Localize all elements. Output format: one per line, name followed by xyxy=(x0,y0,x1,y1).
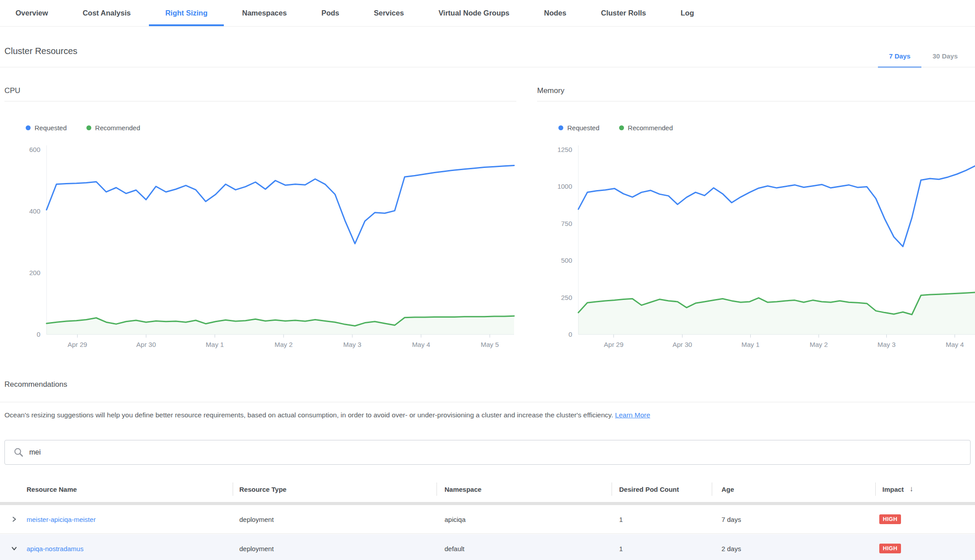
legend-item-recommended[interactable]: Recommended xyxy=(619,124,673,132)
learn-more-link[interactable]: Learn More xyxy=(615,411,650,419)
column-separator xyxy=(437,482,437,496)
age-cell: 2 days xyxy=(722,545,741,552)
svg-text:600: 600 xyxy=(29,146,40,153)
tab-services[interactable]: Services xyxy=(374,0,404,26)
svg-text:May 4: May 4 xyxy=(412,341,430,348)
column-header-impact[interactable]: Impact↓ xyxy=(882,485,913,494)
legend-item-recommended[interactable]: Recommended xyxy=(86,124,140,132)
svg-text:May 3: May 3 xyxy=(343,341,362,348)
memory-chart-panel: Memory Requested Recommended 02505007501… xyxy=(537,86,975,352)
chevron-right-icon[interactable] xyxy=(11,516,18,523)
svg-text:Apr 29: Apr 29 xyxy=(68,341,87,348)
recommendations-title: Recommendations xyxy=(4,380,67,389)
column-separator xyxy=(612,482,612,496)
tab-cluster-rolls[interactable]: Cluster Rolls xyxy=(601,0,646,26)
tab-right-sizing[interactable]: Right Sizing xyxy=(165,0,207,26)
sort-desc-icon[interactable]: ↓ xyxy=(909,485,913,494)
memory-chart-title: Memory xyxy=(537,86,975,101)
svg-text:750: 750 xyxy=(561,220,572,227)
memory-line-chart: 025050075010001250Apr 29Apr 30May 1May 2… xyxy=(537,142,975,350)
namespace-cell: default xyxy=(445,545,464,552)
cpu-chart-panel: CPU Requested Recommended 0200400600Apr … xyxy=(4,86,516,352)
column-header-resource-name[interactable]: Resource Name xyxy=(27,486,77,493)
svg-text:200: 200 xyxy=(29,269,40,276)
column-separator xyxy=(875,482,876,496)
range-tab-30-days[interactable]: 30 Days xyxy=(921,44,969,67)
range-tab-7-days[interactable]: 7 Days xyxy=(878,44,921,67)
section-divider xyxy=(0,67,975,67)
requested-series-dot-icon xyxy=(558,125,563,130)
tab-cost-analysis[interactable]: Cost Analysis xyxy=(82,0,131,26)
cpu-chart-legend: Requested Recommended xyxy=(26,124,140,132)
resource-type-cell: deployment xyxy=(239,516,274,523)
resource-name-link[interactable]: apiqa-nostradamus xyxy=(27,545,83,552)
column-header-age[interactable]: Age xyxy=(722,486,734,493)
resource-name-link[interactable]: meister-apiciqa-meister xyxy=(27,516,96,523)
namespace-cell: apiciqa xyxy=(445,516,466,523)
tab-nodes[interactable]: Nodes xyxy=(544,0,566,26)
legend-label: Recommended xyxy=(95,124,140,132)
search-icon xyxy=(14,447,23,457)
svg-text:Apr 29: Apr 29 xyxy=(604,341,624,348)
tab-pods[interactable]: Pods xyxy=(321,0,339,26)
legend-item-requested[interactable]: Requested xyxy=(558,124,600,132)
impact-badge: HIGH xyxy=(879,544,901,553)
tab-virtual-node-groups[interactable]: Virtual Node Groups xyxy=(438,0,509,26)
tab-namespaces[interactable]: Namespaces xyxy=(242,0,287,26)
resource-name-cell: apiqa-nostradamus xyxy=(27,545,83,552)
column-separator xyxy=(712,482,712,496)
resource-name-cell: meister-apiciqa-meister xyxy=(27,516,96,523)
table-header-row: Resource NameResource TypeNamespaceDesir… xyxy=(0,476,975,502)
table-header-strip xyxy=(0,502,975,505)
search-input[interactable] xyxy=(29,448,970,456)
desired-pod-count-cell: 1 xyxy=(619,545,623,552)
tab-overview[interactable]: Overview xyxy=(16,0,48,26)
section-divider xyxy=(0,402,975,402)
column-header-resource-type[interactable]: Resource Type xyxy=(239,486,286,493)
svg-text:1000: 1000 xyxy=(558,183,572,190)
svg-text:500: 500 xyxy=(561,257,572,264)
svg-text:May 1: May 1 xyxy=(206,341,224,348)
table-row[interactable]: meister-apiciqa-meisterdeploymentapiciqa… xyxy=(0,505,975,534)
column-separator xyxy=(233,482,233,496)
chevron-down-icon[interactable] xyxy=(11,545,18,552)
search-box xyxy=(4,440,971,465)
requested-series-dot-icon xyxy=(26,125,31,130)
svg-text:May 4: May 4 xyxy=(946,341,964,348)
legend-label: Requested xyxy=(35,124,67,132)
svg-text:400: 400 xyxy=(29,207,40,215)
svg-text:May 5: May 5 xyxy=(481,341,499,348)
top-navigation: OverviewCost AnalysisRight SizingNamespa… xyxy=(0,0,975,27)
resource-type-cell: deployment xyxy=(239,545,274,552)
svg-text:May 3: May 3 xyxy=(878,341,896,348)
cpu-chart-title: CPU xyxy=(4,86,516,101)
memory-chart-legend: Requested Recommended xyxy=(558,124,673,132)
svg-text:1250: 1250 xyxy=(558,146,572,153)
recommended-series-dot-icon xyxy=(86,125,91,130)
right-sizing-page: OverviewCost AnalysisRight SizingNamespa… xyxy=(0,0,975,560)
recommendations-description: Ocean's resizing suggestions will help y… xyxy=(4,411,650,419)
svg-text:May 2: May 2 xyxy=(274,341,292,348)
svg-text:May 1: May 1 xyxy=(741,341,760,348)
description-text: Ocean's resizing suggestions will help y… xyxy=(4,411,613,419)
svg-text:Apr 30: Apr 30 xyxy=(672,341,692,348)
age-cell: 7 days xyxy=(722,516,741,523)
svg-text:0: 0 xyxy=(37,331,40,338)
tab-log[interactable]: Log xyxy=(681,0,694,26)
column-header-desired-pod-count[interactable]: Desired Pod Count xyxy=(619,486,679,493)
column-header-namespace[interactable]: Namespace xyxy=(445,486,481,493)
legend-label: Requested xyxy=(567,124,600,132)
svg-text:250: 250 xyxy=(561,294,572,301)
svg-text:May 2: May 2 xyxy=(810,341,828,348)
table-row[interactable]: apiqa-nostradamusdeploymentdefault12 day… xyxy=(0,534,975,560)
cluster-resources-title: Cluster Resources xyxy=(4,46,78,56)
impact-badge: HIGH xyxy=(879,514,901,524)
svg-text:Apr 30: Apr 30 xyxy=(136,341,156,348)
recommended-series-dot-icon xyxy=(619,125,624,130)
svg-text:0: 0 xyxy=(569,331,572,338)
desired-pod-count-cell: 1 xyxy=(619,516,623,523)
legend-label: Recommended xyxy=(628,124,673,132)
legend-item-requested[interactable]: Requested xyxy=(26,124,67,132)
cpu-line-chart: 0200400600Apr 29Apr 30May 1May 2May 3May… xyxy=(4,142,516,350)
time-range-toggle: 7 Days30 Days xyxy=(878,44,969,67)
